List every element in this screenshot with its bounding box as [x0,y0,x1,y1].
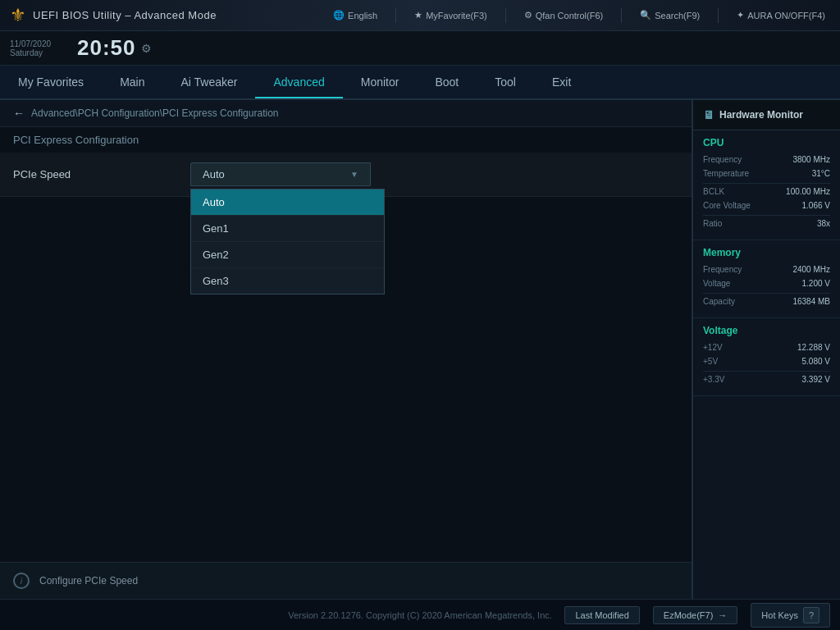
datetime-left: 11/07/2020 Saturday [10,39,67,57]
hw-divider-1 [703,183,830,184]
last-modified-btn[interactable]: Last Modified [564,606,639,624]
aura-label: AURA ON/OFF(F4) [747,11,825,21]
pcie-speed-label: PCIe Speed [13,168,177,180]
hardware-monitor-panel: 🖥 Hardware Monitor CPU Frequency 3800 MH… [692,100,840,599]
english-label: English [348,11,377,21]
english-btn[interactable]: 🌐 English [328,8,382,22]
day-display: Saturday [10,48,67,57]
dropdown-option-gen2[interactable]: Gen2 [191,242,384,268]
left-panel: ← Advanced\PCH Configuration\PCI Express… [0,100,692,599]
hw-monitor-header: 🖥 Hardware Monitor [693,100,840,130]
pcie-speed-dropdown-list: Auto Gen1 Gen2 Gen3 [190,189,385,294]
hw-frequency-label: Frequency [703,155,742,164]
breadcrumb-path: Advanced\PCH Configuration\PCI Express C… [31,107,279,119]
hw-voltage-section: Voltage +12V 12.288 V +5V 5.080 V +3.3V … [693,318,840,396]
hw-ratio-label: Ratio [703,219,722,228]
dropdown-arrow-icon: ▼ [350,170,358,179]
hw-mem-capacity-value: 16384 MB [792,297,830,306]
nav-main[interactable]: Main [102,67,162,98]
star-icon: ★ [414,10,422,21]
settings-content: PCIe Speed Auto ▼ Auto Gen1 Gen2 Gen3 [0,153,692,562]
setting-row-pcie-speed: PCIe Speed Auto ▼ Auto Gen1 Gen2 Gen3 [0,153,692,197]
nav-exit[interactable]: Exit [534,67,589,98]
settings-gear-icon[interactable]: ⚙ [141,42,152,55]
nav-advanced[interactable]: Advanced [255,67,342,98]
ezmode-btn[interactable]: EzMode(F7) → [653,606,738,624]
top-bar-controls: 🌐 English ★ MyFavorite(F3) ⚙ Qfan Contro… [328,8,830,23]
myfavorite-label: MyFavorite(F3) [426,11,487,21]
nav-tool[interactable]: Tool [477,67,534,98]
app-title: UEFI BIOS Utility – Advanced Mode [33,9,217,21]
hw-mem-row-2: Capacity 16384 MB [703,297,830,306]
hw-cpu-title: CPU [703,137,830,148]
myfavorite-btn[interactable]: ★ MyFavorite(F3) [409,8,492,22]
content-area: ← Advanced\PCH Configuration\PCI Express… [0,100,840,599]
dropdown-option-auto[interactable]: Auto [191,189,384,216]
hw-mem-row-0: Frequency 2400 MHz [703,265,830,274]
search-label: Search(F9) [655,11,700,21]
hw-cpu-row-0: Frequency 3800 MHz [703,155,830,164]
hw-mem-capacity-label: Capacity [703,297,735,306]
hw-temperature-value: 31°C [812,169,830,178]
hw-memory-title: Memory [703,247,830,258]
hw-divider-4 [703,371,830,372]
hw-volt-row-2: +3.3V 3.392 V [703,375,830,384]
hw-divider-3 [703,293,830,294]
section-title: PCI Express Configuration [0,127,692,153]
dropdown-option-gen3[interactable]: Gen3 [191,268,384,294]
logo-area: ⚜ UEFI BIOS Utility – Advanced Mode [10,5,217,26]
qfan-btn[interactable]: ⚙ Qfan Control(F6) [519,8,609,22]
pcie-speed-dropdown-btn[interactable]: Auto ▼ [190,162,371,186]
date-display: 11/07/2020 [10,39,67,48]
nav-ai-tweaker[interactable]: Ai Tweaker [162,67,255,98]
hw-voltage-title: Voltage [703,325,830,336]
ezmode-label: EzMode(F7) [664,610,714,620]
hw-corevoltage-label: Core Voltage [703,201,751,210]
aura-btn[interactable]: ✦ AURA ON/OFF(F4) [732,8,830,22]
hw-5v-value: 5.080 V [802,357,830,366]
hw-mem-row-1: Voltage 1.200 V [703,279,830,288]
search-btn[interactable]: 🔍 Search(F9) [635,8,705,22]
bottom-bar: Version 2.20.1276. Copyright (C) 2020 Am… [0,599,840,630]
hw-temperature-label: Temperature [703,169,749,178]
nav-my-favorites[interactable]: My Favorites [0,67,102,98]
help-icon[interactable]: ? [803,607,819,623]
hw-volt-row-1: +5V 5.080 V [703,357,830,366]
hw-33v-label: +3.3V [703,375,724,384]
hw-divider-2 [703,215,830,216]
hw-mem-voltage-value: 1.200 V [802,279,830,288]
breadcrumb-back-btn[interactable]: ← [13,107,25,120]
pcie-speed-dropdown-area: Auto ▼ Auto Gen1 Gen2 Gen3 [190,162,371,186]
pcie-speed-current-value: Auto [203,168,225,180]
breadcrumb: ← Advanced\PCH Configuration\PCI Express… [0,100,692,127]
status-message: Configure PCIe Speed [39,575,138,587]
nav-boot[interactable]: Boot [417,67,477,98]
qfan-label: Qfan Control(F6) [536,11,604,21]
nav-monitor[interactable]: Monitor [343,67,418,98]
hw-mem-voltage-label: Voltage [703,279,730,288]
hw-mem-freq-value: 2400 MHz [792,265,830,274]
separator2 [505,8,506,23]
hw-frequency-value: 3800 MHz [792,155,830,164]
hw-cpu-row-2: BCLK 100.00 MHz [703,187,830,196]
hot-keys-btn[interactable]: Hot Keys ? [751,603,830,628]
hw-bclk-label: BCLK [703,187,724,196]
hw-corevoltage-value: 1.066 V [802,201,830,210]
hw-volt-row-0: +12V 12.288 V [703,343,830,352]
hw-33v-value: 3.392 V [802,375,830,384]
hot-keys-label: Hot Keys [761,610,798,620]
aura-icon: ✦ [737,10,744,21]
hw-5v-label: +5V [703,357,718,366]
hw-memory-section: Memory Frequency 2400 MHz Voltage 1.200 … [693,240,840,318]
hw-cpu-row-1: Temperature 31°C [703,169,830,178]
ezmode-icon: → [718,610,727,620]
hw-cpu-row-3: Core Voltage 1.066 V [703,201,830,210]
datetime-bar: 11/07/2020 Saturday 20:50 ⚙ [0,31,840,66]
nav-bar: My Favorites Main Ai Tweaker Advanced Mo… [0,66,840,100]
hw-12v-label: +12V [703,343,723,352]
status-bar: i Configure PCIe Speed [0,562,692,599]
clock-time: 20:50 [77,35,136,61]
hw-mem-freq-label: Frequency [703,265,742,274]
dropdown-option-gen1[interactable]: Gen1 [191,216,384,242]
separator [395,8,396,23]
